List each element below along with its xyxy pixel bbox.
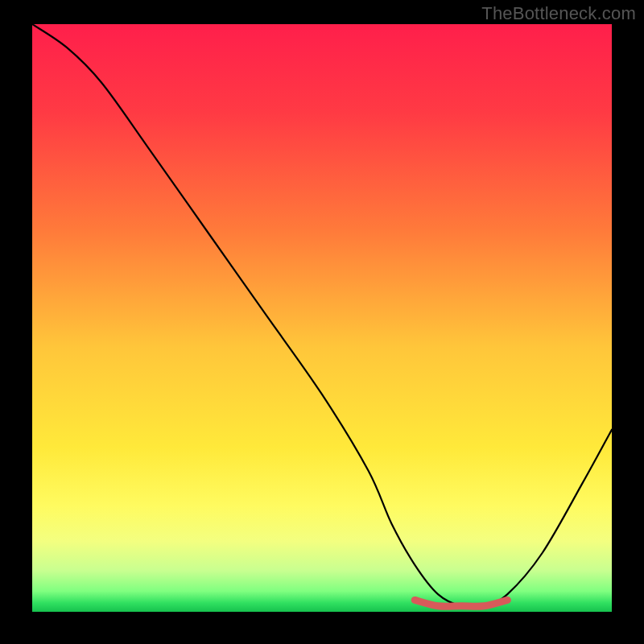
curve-layer bbox=[32, 24, 612, 612]
plot-area bbox=[32, 24, 612, 612]
optimal-range-marker bbox=[415, 600, 507, 606]
bottleneck-curve bbox=[32, 24, 612, 608]
chart-frame: TheBottleneck.com bbox=[0, 0, 644, 644]
watermark-text: TheBottleneck.com bbox=[481, 3, 636, 24]
